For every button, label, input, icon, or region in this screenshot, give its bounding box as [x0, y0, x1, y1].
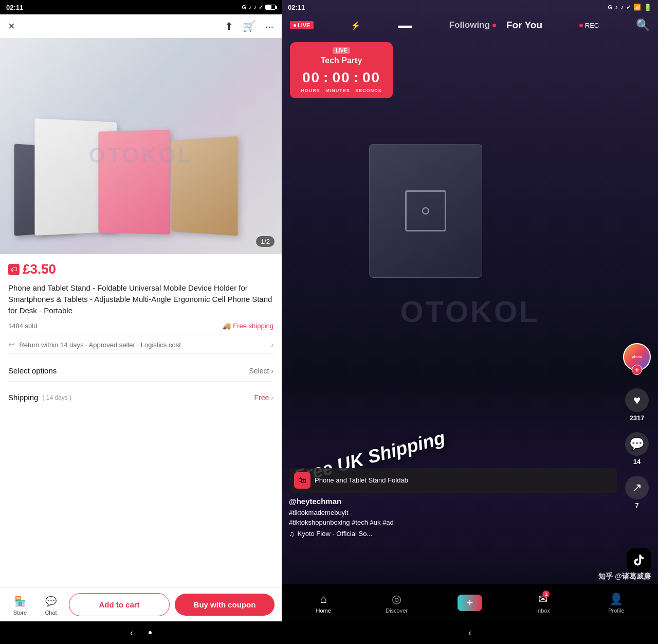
store-nav-item[interactable]: 🏪 Store [7, 594, 33, 616]
share-action[interactable]: ↗ 7 [625, 476, 649, 509]
profile-label: Profile [608, 607, 624, 614]
tab-for-you[interactable]: For You [506, 20, 542, 31]
timer-seconds: 00 [362, 69, 380, 86]
add-to-cart-button[interactable]: Add to cart [69, 593, 170, 616]
more-button[interactable]: ··· [265, 20, 273, 32]
live-label: LIVE [298, 22, 310, 28]
tiktok-watermark: OTOKOL [400, 294, 539, 328]
tab-following[interactable]: Following [449, 20, 496, 30]
right-status-time: 02:11 [288, 4, 305, 11]
price-tag-icon: 🏷 [8, 264, 20, 275]
top-nav: × ⬆ 🛒 ··· [0, 14, 282, 38]
shipping-free-text: Free [254, 393, 269, 402]
sold-shipping-row: 1484 sold 🚚 Free shipping [8, 322, 273, 330]
select-options-row: Select options Select › [8, 360, 273, 382]
select-options-label: Select options [8, 366, 57, 375]
nav-discover[interactable]: ◎ Discover [360, 593, 433, 614]
rec-button[interactable]: REC [579, 22, 599, 29]
shipping-value: Free › [254, 393, 273, 402]
home-label: Home [316, 607, 331, 614]
shipping-row[interactable]: Shipping ( 14 days ) Free › [8, 388, 273, 407]
chat-label: Chat [45, 610, 57, 616]
return-chevron-icon: › [271, 341, 273, 349]
right-status-icons: G ♪ ♪ ✓ 📶 🔋 [608, 4, 652, 11]
nav-inbox[interactable]: ✉ 1 Inbox [506, 593, 579, 614]
username[interactable]: @heytechman [289, 497, 617, 506]
nav-profile[interactable]: 👤 Profile [580, 593, 653, 614]
timer-card: LIVE Tech Party 00 : 00 : 00 HOURS MINUT… [290, 42, 393, 98]
shipping-truck-icon: 🚚 [223, 322, 231, 330]
price-row: 🏷 £3.50 [8, 261, 273, 277]
stand-inner-dot [422, 207, 429, 214]
comment-action[interactable]: 💬 14 [625, 432, 649, 466]
timer-event-name: Tech Party [298, 56, 385, 65]
share-button[interactable]: ⬆ [225, 20, 233, 32]
buy-with-coupon-button[interactable]: Buy with coupon [175, 594, 275, 616]
home-icon: ⌂ [320, 593, 327, 606]
select-chevron-icon: › [271, 367, 273, 375]
discover-icon: ◎ [392, 593, 401, 606]
profile-icon: 👤 [609, 593, 623, 606]
back-chevron-icon[interactable]: ‹ [130, 628, 133, 638]
select-label: Select [249, 367, 269, 375]
chat-nav-item[interactable]: 💬 Chat [38, 594, 64, 616]
nav-home[interactable]: ⌂ Home [287, 593, 360, 614]
top-right-icons: ⬆ 🛒 ··· [225, 20, 273, 32]
right-battery-icon: 🔋 [644, 4, 652, 11]
inbox-icon: ✉ 1 [538, 593, 547, 606]
hours-label: HOURS [301, 88, 320, 93]
rec-dot [579, 24, 583, 27]
tiktok-feed[interactable]: OTOKOL Free UK Shipping LIVE ⚡ ▬▬ [282, 0, 658, 622]
signal-icon: G [242, 4, 246, 10]
shipping-days: ( 14 days ) [42, 394, 71, 401]
right-back-chevron-icon[interactable]: ‹ [468, 628, 471, 638]
nav-add[interactable]: + [433, 595, 506, 611]
tiktok-bottom-nav: ⌂ Home ◎ Discover + ✉ 1 Inbox 👤 Profile [282, 584, 658, 622]
product-mini-card[interactable]: 🛍 Phone and Tablet Stand Foldab [289, 468, 617, 493]
left-status-bar: 02:11 G ♪ ♪ ✓ [0, 0, 282, 14]
shipping-chevron-icon: › [271, 393, 273, 402]
like-count: 2317 [630, 414, 645, 422]
timer-digits: 00 : 00 : 00 [298, 69, 385, 86]
return-policy-row[interactable]: ↩ Return within 14 days · Approved selle… [8, 335, 273, 354]
timer-colon-1: : [323, 69, 329, 86]
user-avatar-container[interactable]: photo + [623, 343, 651, 371]
share-count: 7 [635, 502, 638, 509]
product-bottom-section: 🛍 Phone and Tablet Stand Foldab @heytech… [289, 468, 617, 540]
right-tiktok1-icon: ♪ [615, 4, 618, 11]
music-title: Kyoto Flow - Official So... [298, 530, 373, 538]
free-shipping-badge: 🚚 Free shipping [223, 322, 273, 330]
timer-colon-2: : [354, 69, 359, 86]
product-title: Phone and Tablet Stand - Foldable Univer… [8, 282, 273, 316]
close-button[interactable]: × [8, 20, 15, 33]
right-wifi-icon: 📶 [633, 4, 641, 11]
free-shipping-text: Free shipping [233, 322, 273, 330]
select-options-button[interactable]: Select › [249, 367, 273, 375]
store-icon: 🏪 [13, 594, 27, 609]
right-panel: 02:11 G ♪ ♪ ✓ 📶 🔋 OTOKOL Free UK Shippin… [282, 0, 658, 644]
battery-bar-icon: ▬▬ [398, 21, 412, 29]
return-text: ↩ Return within 14 days · Approved selle… [8, 339, 181, 349]
left-panel: 02:11 G ♪ ♪ ✓ × ⬆ 🛒 ··· OTOKOL 1/2 [0, 0, 282, 644]
avatar-placeholder: photo [632, 354, 642, 359]
search-button[interactable]: 🔍 [636, 19, 650, 32]
tiktok-icon-2: ♪ [253, 4, 257, 11]
tiktok-icon-1: ♪ [248, 4, 251, 11]
following-dot [492, 24, 496, 27]
sold-count: 1484 sold [8, 322, 37, 330]
comment-count: 14 [633, 458, 641, 466]
product-image: OTOKOL 1/2 [0, 38, 282, 254]
timer-labels: HOURS MINUTES SECONDS [298, 88, 385, 93]
inbox-label: Inbox [536, 607, 550, 614]
like-action[interactable]: ♥ 2317 [625, 388, 649, 422]
follow-plus-icon: + [632, 365, 642, 375]
right-g-icon: G [608, 4, 612, 10]
discover-label: Discover [386, 607, 408, 614]
cart-button[interactable]: 🛒 [243, 20, 255, 32]
product-stand-video [369, 144, 482, 278]
live-button[interactable]: LIVE [290, 21, 314, 29]
add-content-button[interactable]: + [458, 595, 482, 611]
flash-icon: ⚡ [351, 21, 361, 30]
chat-icon: 💬 [44, 594, 58, 609]
nav-indicator [149, 631, 152, 634]
